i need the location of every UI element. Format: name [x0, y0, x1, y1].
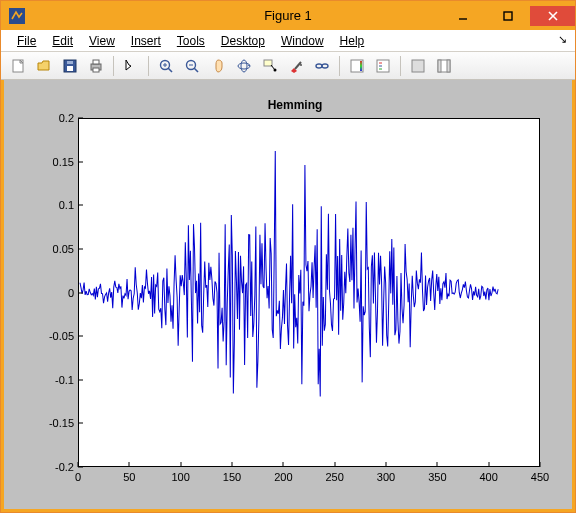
menu-desktop[interactable]: Desktop: [215, 32, 271, 50]
svg-rect-21: [264, 60, 272, 66]
zoom-in-button[interactable]: [155, 55, 177, 77]
x-tick-label: 450: [531, 467, 549, 483]
data-cursor-button[interactable]: [259, 55, 281, 77]
menu-bar: File Edit View Insert Tools Desktop Wind…: [1, 30, 575, 52]
app-icon: [9, 8, 25, 24]
svg-line-13: [168, 68, 172, 72]
svg-point-25: [316, 64, 322, 68]
menu-tools[interactable]: Tools: [171, 32, 211, 50]
y-tick-label: -0.15: [49, 417, 78, 429]
y-tick-label: -0.05: [49, 330, 78, 342]
svg-rect-33: [412, 60, 424, 72]
y-tick: [78, 423, 83, 424]
menu-help[interactable]: Help: [334, 32, 371, 50]
svg-rect-0: [9, 8, 25, 24]
link-button[interactable]: [311, 55, 333, 77]
close-button[interactable]: [530, 6, 575, 26]
y-tick-label: 0.15: [53, 156, 78, 168]
y-tick-label: 0.05: [53, 243, 78, 255]
menu-view[interactable]: View: [83, 32, 121, 50]
y-tick-label: -0.1: [55, 374, 78, 386]
x-tick: [540, 462, 541, 467]
menu-edit[interactable]: Edit: [46, 32, 79, 50]
menu-window[interactable]: Window: [275, 32, 330, 50]
x-tick-label: 350: [428, 467, 446, 483]
toolbar-separator: [148, 56, 149, 76]
svg-rect-28: [360, 61, 362, 71]
x-tick: [283, 462, 284, 467]
svg-rect-29: [377, 60, 389, 72]
x-tick: [78, 462, 79, 467]
y-tick-label: 0: [68, 287, 78, 299]
x-tick: [232, 462, 233, 467]
svg-rect-7: [67, 66, 73, 71]
svg-rect-2: [504, 12, 512, 20]
svg-rect-11: [93, 68, 99, 72]
y-tick: [78, 292, 83, 293]
svg-point-26: [322, 64, 328, 68]
svg-point-23: [274, 68, 277, 71]
y-tick-label: 0.2: [59, 112, 78, 124]
open-button[interactable]: [33, 55, 55, 77]
toolbar-separator: [339, 56, 340, 76]
x-tick: [180, 462, 181, 467]
insert-colorbar-button[interactable]: [346, 55, 368, 77]
y-tick: [78, 379, 83, 380]
axes-container: Hemming -0.2-0.15-0.1-0.0500.050.10.150.…: [36, 98, 554, 493]
save-button[interactable]: [59, 55, 81, 77]
figure-window: Figure 1 File Edit View Insert Tools Des…: [0, 0, 576, 513]
zoom-out-button[interactable]: [181, 55, 203, 77]
x-tick-label: 100: [171, 467, 189, 483]
x-tick: [437, 462, 438, 467]
x-tick-label: 300: [377, 467, 395, 483]
edit-plot-button[interactable]: [120, 55, 142, 77]
toolbar: [1, 52, 575, 80]
print-button[interactable]: [85, 55, 107, 77]
y-tick: [78, 117, 83, 118]
maximize-button[interactable]: [485, 6, 530, 26]
toolbar-separator: [400, 56, 401, 76]
pan-button[interactable]: [207, 55, 229, 77]
axes[interactable]: -0.2-0.15-0.1-0.0500.050.10.150.20501001…: [36, 114, 554, 491]
rotate-3d-button[interactable]: [233, 55, 255, 77]
svg-point-20: [241, 60, 247, 72]
menu-insert[interactable]: Insert: [125, 32, 167, 50]
title-bar[interactable]: Figure 1: [1, 1, 575, 30]
new-figure-button[interactable]: [7, 55, 29, 77]
x-tick-label: 400: [479, 467, 497, 483]
x-tick: [129, 462, 130, 467]
x-tick-label: 250: [325, 467, 343, 483]
minimize-button[interactable]: [440, 6, 485, 26]
svg-rect-8: [67, 61, 73, 64]
y-tick: [78, 161, 83, 162]
x-tick-label: 50: [123, 467, 135, 483]
plot-area[interactable]: [78, 118, 540, 467]
y-tick-label: 0.1: [59, 199, 78, 211]
toolbar-separator: [113, 56, 114, 76]
svg-rect-36: [447, 60, 450, 72]
data-line: [79, 119, 539, 466]
insert-legend-button[interactable]: [372, 55, 394, 77]
window-controls: [440, 6, 575, 26]
y-tick: [78, 248, 83, 249]
svg-rect-35: [438, 60, 441, 72]
x-tick: [488, 462, 489, 467]
hide-plot-tools-button[interactable]: [407, 55, 429, 77]
menu-file[interactable]: File: [11, 32, 42, 50]
plot-title: Hemming: [36, 98, 554, 112]
x-tick-label: 200: [274, 467, 292, 483]
x-tick-label: 0: [75, 467, 81, 483]
brush-button[interactable]: [285, 55, 307, 77]
dock-arrow-icon[interactable]: ↘: [558, 33, 567, 46]
figure-canvas: Hemming -0.2-0.15-0.1-0.0500.050.10.150.…: [1, 80, 575, 512]
y-tick: [78, 205, 83, 206]
x-tick: [386, 462, 387, 467]
x-tick-label: 150: [223, 467, 241, 483]
show-plot-tools-button[interactable]: [433, 55, 455, 77]
y-tick: [78, 336, 83, 337]
svg-line-17: [194, 68, 198, 72]
svg-rect-10: [93, 60, 99, 64]
x-tick: [334, 462, 335, 467]
